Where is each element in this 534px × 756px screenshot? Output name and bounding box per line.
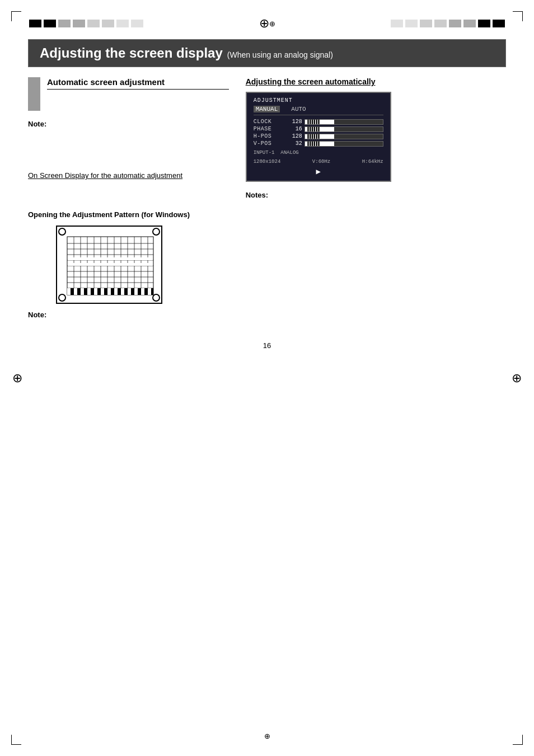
osd-bar-vpos: ▐▐▐▐▐▐ <box>305 141 383 147</box>
svg-rect-28 <box>87 288 91 295</box>
page-number: 16 <box>28 341 506 350</box>
marks-right <box>390 20 506 27</box>
notes-label: Notes: <box>246 191 506 199</box>
osd-row-phase: PHASE 16 ▐▐▐▐▐▐ <box>254 126 383 132</box>
osd-bar-fill-vpos: ▐▐▐▐▐▐ <box>305 142 335 146</box>
osd-title: ADJUSTMENT <box>254 97 383 104</box>
svg-rect-30 <box>101 288 104 295</box>
osd-row-clock: CLOCK 128 ▐▐▐▐▐▐ <box>254 119 383 125</box>
osd-tabs: MANUAL AUTO <box>254 106 383 115</box>
mark-block <box>73 20 85 27</box>
opening-label: Opening the Adjustment Pattern (for Wind… <box>28 210 506 219</box>
section-gray-bar <box>28 77 40 111</box>
top-printer-marks: ⊕ <box>0 16 534 31</box>
svg-rect-29 <box>94 288 97 295</box>
osd-tab-manual[interactable]: MANUAL <box>254 106 280 112</box>
mark-block <box>449 20 461 27</box>
mark-block <box>391 20 403 27</box>
page-title: Adjusting the screen display <box>40 45 223 60</box>
mark-block <box>463 20 476 27</box>
osd-bar-fill-hpos: ▐▐▐▐▐▐ <box>305 134 335 139</box>
opening-section: Opening the Adjustment Pattern (for Wind… <box>28 210 506 319</box>
section-heading: Automatic screen adjustment <box>47 77 229 90</box>
mark-block <box>478 20 490 27</box>
mark-block <box>116 20 129 27</box>
svg-rect-35 <box>134 288 138 295</box>
mark-block <box>58 20 71 27</box>
osd-row-vpos: V-POS 32 ▐▐▐▐▐▐ <box>254 140 383 147</box>
title-banner: Adjusting the screen display(When using … <box>28 39 506 67</box>
svg-rect-25 <box>67 288 71 295</box>
svg-rect-37 <box>148 288 151 295</box>
osd-tab-auto[interactable]: AUTO <box>291 106 306 112</box>
mark-block <box>44 20 56 27</box>
auto-adjustment-section: Automatic screen adjustment <box>28 77 229 111</box>
osd-bar-phase: ▐▐▐▐▐▐ <box>305 126 383 132</box>
left-column: Automatic screen adjustment Note: On Scr… <box>28 77 229 199</box>
osd-bar-clock: ▐▐▐▐▐▐ <box>305 119 383 125</box>
mark-block <box>434 20 447 27</box>
page-content: Adjusting the screen display(When using … <box>28 39 506 728</box>
side-mark-left: ⊕ <box>12 371 22 386</box>
mark-block <box>102 20 114 27</box>
osd-label-phase: PHASE <box>254 126 284 132</box>
osd-display: ADJUSTMENT MANUAL AUTO CLOCK 128 ▐▐▐▐▐▐ <box>246 92 391 182</box>
svg-rect-36 <box>141 288 144 295</box>
svg-rect-27 <box>81 288 84 295</box>
right-heading: Adjusting the screen automatically <box>246 77 506 86</box>
adjustment-pattern <box>56 226 162 304</box>
osd-value-clock: 128 <box>287 119 302 125</box>
marks-left <box>28 20 144 27</box>
mark-block <box>131 20 143 27</box>
mark-block <box>420 20 432 27</box>
mark-block <box>493 20 505 27</box>
osd-bar-fill-phase: ▐▐▐▐▐▐ <box>305 127 335 132</box>
svg-rect-31 <box>107 288 111 295</box>
section-content: Automatic screen adjustment <box>40 77 229 111</box>
osd-footer-res: 1280x1024 V:60Hz H:64kHz <box>254 159 383 165</box>
mark-block <box>405 20 418 27</box>
two-column-layout: Automatic screen adjustment Note: On Scr… <box>28 77 506 199</box>
osd-label-clock: CLOCK <box>254 119 284 125</box>
osd-value-vpos: 32 <box>287 140 302 147</box>
osd-label-vpos: V-POS <box>254 140 284 147</box>
osd-bar-hpos: ▐▐▐▐▐▐ <box>305 134 383 139</box>
svg-rect-32 <box>114 288 118 295</box>
svg-rect-26 <box>74 288 77 295</box>
crosshair-bottom: ⊕ <box>264 732 270 740</box>
mark-block <box>87 20 100 27</box>
note-label: Note: <box>28 120 229 128</box>
osd-footer-input: INPUT-1 ANALOG <box>254 150 299 156</box>
osd-value-phase: 16 <box>287 126 302 132</box>
osd-row-hpos: H-POS 128 ▐▐▐▐▐▐ <box>254 133 383 139</box>
osd-label-hpos: H-POS <box>254 133 284 139</box>
osd-link[interactable]: On Screen Display for the automatic adju… <box>28 171 182 181</box>
osd-footer: INPUT-1 ANALOG <box>254 150 383 156</box>
bottom-crosshair: ⊕ <box>0 732 534 740</box>
osd-value-hpos: 128 <box>287 133 302 139</box>
page-subtitle: (When using an analog signal) <box>227 50 333 59</box>
note2-label: Note: <box>28 311 506 319</box>
link-section: On Screen Display for the automatic adju… <box>28 162 229 181</box>
osd-arrow: ▶ <box>254 167 383 176</box>
right-column: Adjusting the screen automatically ADJUS… <box>246 77 506 199</box>
mark-block <box>29 20 41 27</box>
side-mark-right: ⊕ <box>512 371 522 386</box>
osd-bar-fill-clock: ▐▐▐▐▐▐ <box>305 120 335 124</box>
svg-rect-23 <box>68 263 153 266</box>
crosshair-top: ⊕ <box>259 16 275 31</box>
pattern-svg <box>57 227 161 303</box>
svg-rect-34 <box>128 288 131 295</box>
svg-rect-22 <box>68 257 153 260</box>
svg-rect-33 <box>121 288 124 295</box>
